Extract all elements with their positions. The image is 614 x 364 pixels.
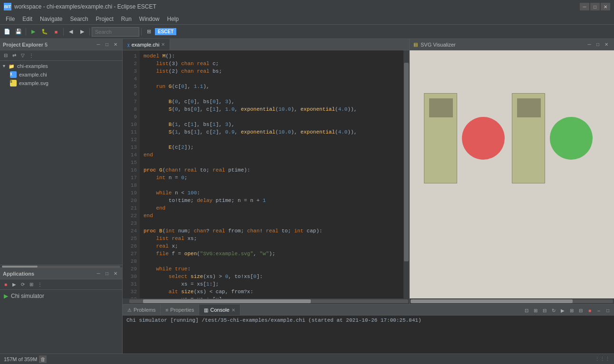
code-content: 123 456 789 101112 131415 161718 192021 …	[123, 50, 409, 298]
svg-vis-actions: ─ □ ✕	[585, 41, 610, 48]
applications-panel: Applications ─ □ ✕ ■ ▶ ⟳ ⊞ ⋮ ▶ Chi simul…	[0, 268, 122, 354]
app-item-label: Chi simulator	[11, 293, 44, 299]
debug-button[interactable]: 🐛	[39, 27, 50, 37]
code-text-area[interactable]: model M(): list(3) chan real c; list(2) …	[140, 50, 403, 298]
console-btn-maximize[interactable]: □	[604, 306, 612, 315]
close-panel-button[interactable]: ✕	[112, 41, 119, 48]
properties-icon: ≡	[165, 307, 168, 313]
status-right: ⋮⋮⋮	[595, 356, 610, 362]
tab-problems-label: Problems	[134, 307, 155, 313]
maximize-panel-button[interactable]: □	[103, 41, 111, 48]
console-text[interactable]: Chi simulator [running] /test/35-chi-exa…	[123, 316, 614, 354]
tree-item-example-chi[interactable]: χ example.chi	[0, 70, 122, 79]
expand-arrow-chi-examples[interactable]: ▼	[2, 64, 8, 68]
menu-project[interactable]: Project	[92, 15, 117, 23]
console-btn-minus[interactable]: –	[595, 306, 603, 315]
console-tab-close[interactable]: ✕	[231, 307, 235, 313]
svg-horizontal-scrollbar[interactable]	[410, 298, 614, 304]
menu-run[interactable]: Run	[117, 15, 135, 23]
svg-file-icon: S	[10, 79, 17, 87]
minimize-panel-button[interactable]: ─	[95, 41, 102, 48]
tab-properties[interactable]: ≡ Properties	[161, 305, 199, 315]
menu-help[interactable]: Help	[163, 15, 183, 23]
bottom-section: ⚠ Problems ≡ Properties ▥ Console ✕ ⊡ ⊞ …	[123, 304, 614, 354]
applications-header: Applications ─ □ ✕	[0, 268, 122, 279]
menu-file[interactable]: File	[2, 15, 19, 23]
svg-circle-red	[462, 117, 505, 160]
code-hscroll-track[interactable]	[129, 299, 408, 303]
forward-button[interactable]: ▶	[77, 27, 87, 37]
code-horizontal-scrollbar[interactable]	[123, 298, 409, 304]
tab-close-button[interactable]: ✕	[161, 42, 165, 47]
new-button[interactable]: 📄	[2, 27, 12, 37]
console-btn-5[interactable]: ▶	[558, 306, 567, 315]
perspective-button[interactable]: ⊞	[144, 27, 154, 37]
app-btn-1[interactable]: ■	[2, 281, 10, 288]
run-button[interactable]: ▶	[28, 27, 38, 37]
menu-search[interactable]: Search	[66, 15, 92, 23]
app-btn-2[interactable]: ▶	[10, 281, 18, 288]
console-btn-stop[interactable]: ■	[585, 306, 594, 315]
svg-vis-close[interactable]: ✕	[603, 41, 610, 48]
console-btn-6[interactable]: ⊞	[567, 306, 576, 315]
problems-icon: ⚠	[127, 307, 132, 313]
tab-console[interactable]: ▥ Console ✕	[199, 305, 240, 315]
svg-hscroll-track[interactable]	[411, 299, 613, 303]
applications-close-button[interactable]: ✕	[112, 270, 119, 278]
applications-maximize-button[interactable]: □	[103, 270, 111, 278]
tab-problems[interactable]: ⚠ Problems	[123, 305, 161, 315]
filter-button[interactable]: ▽	[19, 52, 27, 59]
svg-vis-minimize[interactable]: ─	[585, 41, 593, 48]
tree-item-example-svg[interactable]: S example.svg	[0, 79, 122, 87]
save-button[interactable]: 💾	[13, 27, 24, 37]
menu-navigate[interactable]: Navigate	[36, 15, 66, 23]
svg-buffer-0-inner	[429, 98, 453, 117]
console-btn-7[interactable]: ⊟	[576, 306, 585, 315]
menu-window[interactable]: Window	[135, 15, 163, 23]
collapse-all-button[interactable]: ⊟	[2, 52, 10, 59]
editor-panels: χ example.chi ✕ 123 456 789 101112 13141…	[123, 39, 614, 304]
bottom-right-buttons: ⊡ ⊞ ⊟ ↻ ▶ ⊞ ⊟ ■ – □	[522, 305, 614, 316]
project-explorer-title: Project Explorer 5	[3, 42, 95, 48]
clear-button[interactable]: 🗑	[39, 355, 47, 363]
app-btn-4[interactable]: ⊞	[28, 281, 35, 288]
code-vertical-scrollbar[interactable]	[403, 50, 409, 298]
console-btn-1[interactable]: ⊡	[522, 306, 531, 315]
tree-label-example-svg: example.svg	[19, 80, 48, 86]
project-explorer-scroll-track[interactable]	[2, 266, 120, 268]
console-btn-4[interactable]: ↻	[549, 306, 558, 315]
app-btn-3[interactable]: ⟳	[19, 281, 27, 288]
svg-vis-icon: ▤	[413, 42, 418, 47]
link-editor-button[interactable]: ⇄	[10, 52, 18, 59]
svg-buffer-0-rect	[424, 93, 457, 183]
tab-example-chi[interactable]: χ example.chi ✕	[123, 39, 170, 50]
console-btn-2[interactable]: ⊞	[531, 306, 540, 315]
back-button[interactable]: ◀	[66, 27, 76, 37]
stop-button[interactable]: ■	[51, 27, 61, 37]
tree-label-chi-examples: chi-examples	[17, 63, 48, 69]
console-btn-3[interactable]: ⊟	[540, 306, 549, 315]
svg-vis-maximize[interactable]: □	[594, 41, 602, 48]
close-button[interactable]: ✕	[601, 3, 610, 10]
menu-bar: File Edit Navigate Search Project Run Wi…	[0, 13, 614, 25]
project-tree: ▼ 📁 chi-examples χ example.chi S example…	[0, 61, 122, 265]
console-icon: ▥	[204, 307, 208, 313]
app-btn-5[interactable]: ⋮	[36, 281, 44, 288]
applications-minimize-button[interactable]: ─	[95, 270, 102, 278]
maximize-button[interactable]: □	[590, 3, 600, 10]
tree-item-chi-examples[interactable]: ▼ 📁 chi-examples	[0, 62, 122, 70]
minimize-button[interactable]: ─	[580, 3, 589, 10]
svg-circle-green	[550, 117, 593, 160]
list-item-chi-simulator[interactable]: ▶ Chi simulator	[0, 291, 122, 301]
code-hscroll-thumb	[143, 299, 310, 303]
toolbar-separator-3	[89, 28, 90, 36]
project-explorer-scrollbar[interactable]	[0, 265, 122, 268]
view-menu-button[interactable]: ⋮	[28, 52, 35, 59]
search-input[interactable]	[92, 27, 139, 37]
main-area: Project Explorer 5 ─ □ ✕ ⊟ ⇄ ▽ ⋮ ▼ 📁 chi…	[0, 39, 614, 354]
window-title: workspace - chi-examples/example.chi - E…	[14, 3, 580, 10]
project-explorer-header: Project Explorer 5 ─ □ ✕	[0, 39, 122, 50]
menu-edit[interactable]: Edit	[19, 15, 36, 23]
app-icon: BIT	[4, 3, 11, 10]
svg-visualizer-title: SVG Visualizer	[421, 42, 456, 48]
